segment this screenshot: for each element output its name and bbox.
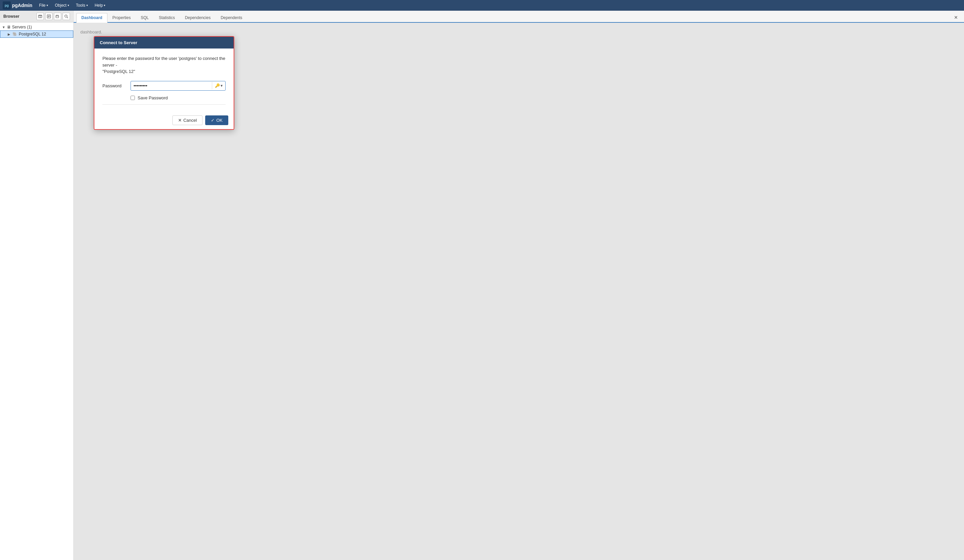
servers-icon: 🖥: [7, 25, 11, 29]
close-tab-button[interactable]: ✕: [951, 13, 961, 22]
tab-statistics[interactable]: Statistics: [154, 13, 180, 22]
postgresql-arrow-icon: ▶: [8, 32, 11, 36]
app-name: pgAdmin: [12, 3, 33, 8]
svg-rect-8: [56, 15, 59, 18]
save-password-checkbox[interactable]: [130, 96, 135, 100]
file-menu[interactable]: File ▾: [36, 2, 51, 9]
cancel-icon: ✕: [178, 118, 182, 123]
sidebar-toolbar: [36, 13, 70, 20]
dialog-body: Please enter the password for the user '…: [94, 49, 234, 111]
sidebar-header: Browser: [0, 11, 73, 23]
save-password-row: Save Password: [103, 95, 226, 101]
password-wrapper: 🔑 ▾: [130, 81, 226, 91]
password-input[interactable]: [131, 81, 212, 90]
svg-point-12: [65, 15, 67, 18]
dialog-divider: [103, 104, 226, 105]
sidebar-tree: ▼ 🖥 Servers (1) ▶ 🐘 PostgreSQL 12: [0, 23, 73, 560]
toggle-arrow-icon: ▾: [221, 83, 223, 88]
file-menu-arrow: ▾: [47, 4, 48, 7]
dialog-header: Connect to Server: [94, 37, 234, 49]
sidebar: Browser: [0, 11, 73, 560]
app-logo: pg pgAdmin: [3, 2, 33, 10]
dialog-footer: ✕ Cancel ✓ OK: [94, 111, 234, 129]
dialog-message: Please enter the password for the user '…: [103, 55, 226, 75]
svg-line-13: [67, 17, 68, 18]
server-icon: 🐘: [12, 32, 18, 36]
refresh-button[interactable]: [54, 13, 61, 20]
connect-dialog: Connect to Server Please enter the passw…: [94, 36, 234, 130]
postgresql-label: PostgreSQL 12: [19, 32, 46, 36]
tab-dependents[interactable]: Dependents: [216, 13, 248, 22]
menubar: pg pgAdmin File ▾ Object ▾ Tools ▾ Help …: [0, 0, 964, 11]
ok-button[interactable]: ✓ OK: [205, 115, 228, 125]
properties-button[interactable]: [45, 13, 52, 20]
add-server-button[interactable]: [36, 13, 44, 20]
tools-menu-arrow: ▾: [86, 4, 88, 7]
object-menu-arrow: ▾: [68, 4, 69, 7]
help-menu[interactable]: Help ▾: [92, 2, 109, 9]
tab-properties[interactable]: Properties: [107, 13, 136, 22]
cancel-button[interactable]: ✕ Cancel: [173, 115, 202, 125]
main-content: Dashboard Properties SQL Statistics Depe…: [73, 11, 964, 560]
tools-menu[interactable]: Tools ▾: [73, 2, 91, 9]
tree-servers[interactable]: ▼ 🖥 Servers (1): [0, 24, 73, 31]
ok-label: OK: [216, 118, 223, 123]
ok-icon: ✓: [211, 118, 215, 123]
help-menu-arrow: ▾: [104, 4, 106, 7]
servers-label: Servers (1): [12, 25, 32, 29]
dialog-message-line2: "PostgreSQL 12": [103, 69, 135, 74]
key-icon: 🔑: [215, 83, 220, 88]
cancel-label: Cancel: [184, 118, 197, 123]
dialog-message-line1: Please enter the password for the user '…: [103, 56, 225, 68]
search-button[interactable]: [63, 13, 70, 20]
save-password-label: Save Password: [138, 95, 168, 101]
tabbar: Dashboard Properties SQL Statistics Depe…: [73, 11, 964, 23]
browser-label: Browser: [3, 14, 20, 19]
tab-dashboard[interactable]: Dashboard: [77, 13, 107, 23]
password-label: Password: [103, 83, 127, 88]
app-body: Browser: [0, 11, 964, 560]
password-toggle-button[interactable]: 🔑 ▾: [212, 82, 225, 89]
servers-arrow-icon: ▼: [2, 26, 5, 29]
password-row: Password 🔑 ▾: [103, 81, 226, 91]
tab-sql[interactable]: SQL: [135, 13, 154, 22]
tab-dependencies[interactable]: Dependencies: [180, 13, 216, 22]
tree-postgresql12[interactable]: ▶ 🐘 PostgreSQL 12: [0, 31, 73, 38]
object-menu[interactable]: Object ▾: [52, 2, 72, 9]
svg-rect-1: [39, 15, 42, 16]
logo-icon: pg: [3, 2, 11, 10]
modal-overlay: Connect to Server Please enter the passw…: [73, 23, 964, 560]
content-area: dashboard. Connect to Server Please ente…: [73, 23, 964, 560]
dialog-title: Connect to Server: [100, 40, 137, 45]
